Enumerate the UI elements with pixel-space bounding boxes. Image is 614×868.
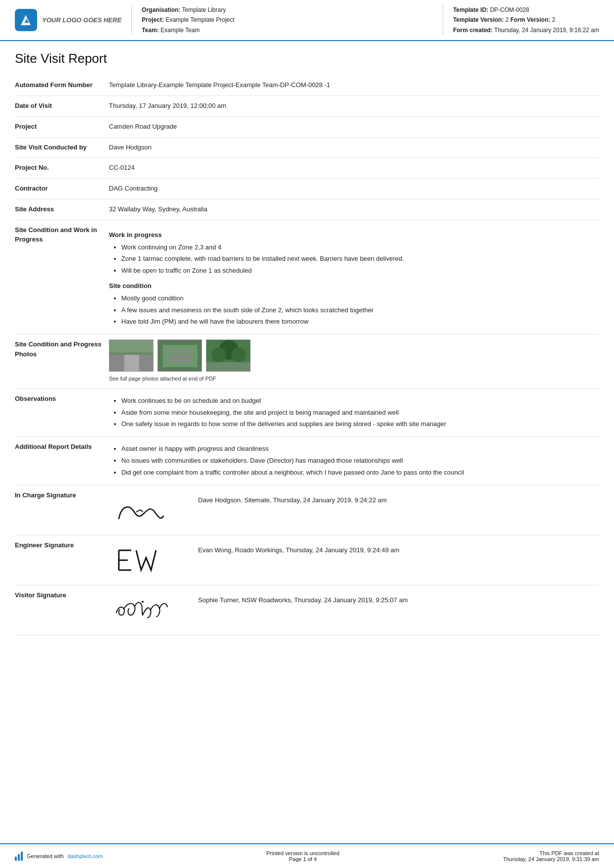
svg-point-14 [211, 347, 226, 362]
work-bullet-3: Will be open to traffic on Zone 1 as sch… [121, 266, 599, 276]
project-line: Project: Example Template Project [142, 15, 433, 25]
dashpivot-link[interactable]: dashpivot.com [68, 853, 103, 859]
site-condition-value: Work in progress Work continuing on Zone… [109, 225, 599, 329]
site-address-value: 32 Wallaby Way, Sydney, Australia [109, 204, 599, 215]
bar-3 [21, 852, 23, 861]
engineer-signature-area: Evan Wong, Roado Workings, Thursday, 24 … [109, 540, 599, 580]
in-charge-signature-area: Dave Hodgson, Sitemate, Thursday, 24 Jan… [109, 490, 599, 530]
logo-icon [15, 9, 37, 31]
site-visit-conducted-label: Site Visit Conducted by [15, 143, 109, 152]
site-address-label: Site Address [15, 204, 109, 214]
visitor-sig-img [109, 590, 188, 630]
team-label: Team: [142, 27, 158, 34]
template-version-value: 2 [506, 16, 509, 23]
photos-value: See full page photos attached at end of … [109, 339, 599, 384]
engineer-label: Engineer Signature [15, 540, 109, 550]
work-bullet-1: Work continuing on Zone 2,3 and 4 [121, 242, 599, 253]
org-value: Template Library [182, 6, 226, 13]
site-bullet-1: Mostly good condition [121, 293, 599, 304]
project-label: Project [15, 122, 109, 132]
footer-center: Printed version is uncontrolled Page 1 o… [266, 850, 339, 862]
field-row-site-address: Site Address 32 Wallaby Way, Sydney, Aus… [15, 199, 599, 220]
contractor-label: Contractor [15, 184, 109, 193]
org-line: Organisation: Template Library [142, 5, 433, 15]
visitor-signature-area: Sophie Turner, NSW Roadworks, Thursday, … [109, 590, 599, 630]
project-no-label: Project No. [15, 163, 109, 173]
engineer-sig-img [109, 540, 188, 580]
svg-point-21 [142, 601, 144, 603]
engineer-sig-area: Evan Wong, Roado Workings, Thursday, 24 … [109, 540, 599, 580]
automated-form-number-value: Template Library-Example Template Projec… [109, 80, 599, 91]
field-row-additional: Additional Report Details Asset owner is… [15, 437, 599, 485]
bar-1 [15, 857, 17, 861]
photos-container [109, 339, 599, 372]
visitor-sig-area: Sophie Turner, NSW Roadworks, Thursday, … [109, 590, 599, 630]
project-value: Example Template Project [165, 16, 234, 23]
additional-list: Asset owner is happy with progress and c… [109, 444, 599, 478]
site-bullet-2: A few issues and messiness on the south … [121, 305, 599, 316]
field-row-visitor-signature: Visitor Signature [15, 585, 599, 635]
work-in-progress-title: Work in progress [109, 230, 599, 241]
photo-caption: See full page photos attached at end of … [109, 375, 599, 384]
form-created-value: Thursday, 24 January 2019, 9:16:22 am [494, 27, 599, 34]
obs-bullet-3: One safety issue in regards to how some … [121, 419, 599, 430]
svg-rect-5 [124, 354, 139, 372]
project-value: Camden Road Upgrade [109, 122, 599, 132]
add-bullet-3: Did get one complaint from a traffic con… [121, 468, 599, 478]
org-label: Organisation: [142, 6, 180, 13]
svg-rect-11 [168, 360, 193, 363]
content: Site Visit Report Automated Form Number … [0, 41, 614, 843]
field-row-automated-form-number: Automated Form Number Template Library-E… [15, 75, 599, 96]
header-logo: YOUR LOGO GOES HERE [15, 5, 121, 35]
field-row-contractor: Contractor DAG Contracting [15, 179, 599, 199]
visitor-sig-text: Sophie Turner, NSW Roadworks, Thursday, … [198, 590, 408, 606]
site-bullets-list: Mostly good condition A few issues and m… [109, 293, 599, 327]
footer-left: Generated with dashpivot.com [15, 852, 103, 861]
team-value: Example Team [160, 27, 200, 34]
observations-list: Work continues to be on schedule and on … [109, 396, 599, 430]
bar-2 [18, 854, 20, 861]
form-created-line: Form created: Thursday, 24 January 2019,… [453, 25, 599, 35]
form-version-value: 2 [552, 16, 556, 23]
site-bullet-3: Have told Jim (PM) and he will have the … [121, 317, 599, 327]
automated-form-number-label: Automated Form Number [15, 80, 109, 90]
field-row-project-no: Project No. CC-0124 [15, 158, 599, 179]
pdf-created-label: This PDF was created at [503, 850, 599, 856]
form-created-label: Form created: [453, 27, 493, 34]
template-id-value: DP-COM-0028 [490, 6, 529, 13]
field-row-photos: Site Condition and Progress Photos [15, 335, 599, 389]
engineer-sig-text: Evan Wong, Roado Workings, Thursday, 24 … [198, 540, 400, 556]
photo-2 [157, 339, 202, 372]
field-row-engineer-signature: Engineer Signature Ev [15, 535, 599, 585]
footer-right: This PDF was created at Thursday, 24 Jan… [503, 850, 599, 862]
svg-rect-9 [168, 350, 193, 353]
dashpivot-icon [15, 852, 23, 861]
template-id-line: Template ID: DP-COM-0028 [453, 5, 599, 15]
page-number: Page 1 of 4 [266, 856, 339, 862]
version-line: Template Version: 2 Form Version: 2 [453, 15, 599, 25]
additional-value: Asset owner is happy with progress and c… [109, 442, 599, 480]
in-charge-label: In Charge Signature [15, 490, 109, 500]
report-title: Site Visit Report [15, 51, 599, 66]
contractor-value: DAG Contracting [109, 184, 599, 194]
svg-point-15 [231, 347, 246, 362]
visitor-label: Visitor Signature [15, 590, 109, 600]
add-bullet-1: Asset owner is happy with progress and c… [121, 444, 599, 454]
site-condition-label: Site Condition and Work in Progress [15, 225, 109, 244]
header-right: Template ID: DP-COM-0028 Template Versio… [443, 5, 599, 35]
generated-prefix: Generated with [27, 853, 64, 859]
work-bullet-2: Zone 1 tarmac complete, with road barrie… [121, 254, 599, 264]
pdf-created-value: Thursday, 24 January 2019, 9:31:39 am [503, 856, 599, 862]
project-no-value: CC-0124 [109, 163, 599, 173]
field-row-project: Project Camden Road Upgrade [15, 117, 599, 138]
header-middle: Organisation: Template Library Project: … [131, 5, 433, 35]
photos-label: Site Condition and Progress Photos [15, 339, 109, 359]
svg-rect-10 [168, 355, 193, 358]
field-row-in-charge-signature: In Charge Signature Dave Hodgson, Sitema… [15, 485, 599, 535]
in-charge-sig-area: Dave Hodgson, Sitemate, Thursday, 24 Jan… [109, 490, 599, 530]
project-label: Project: [142, 16, 164, 23]
obs-bullet-1: Work continues to be on schedule and on … [121, 396, 599, 406]
field-row-observations: Observations Work continues to be on sch… [15, 389, 599, 437]
site-visit-conducted-value: Dave Hodgson [109, 143, 599, 153]
observations-value: Work continues to be on schedule and on … [109, 394, 599, 432]
